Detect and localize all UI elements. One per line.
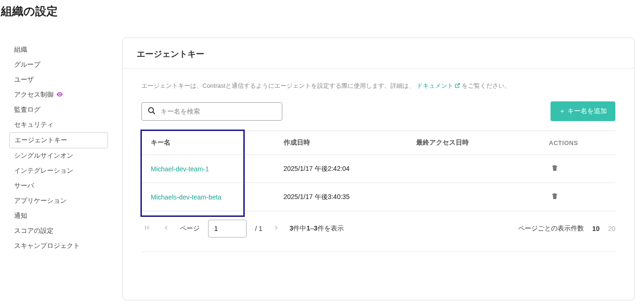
pagesize-label: ページごとの表示件数 [518,224,584,233]
search-input[interactable] [161,107,276,115]
search-icon [147,107,156,116]
last-access-cell [407,183,540,211]
sidebar-item-score-settings[interactable]: スコアの設定 [9,223,108,238]
sidebar-item-users[interactable]: ユーザ [9,72,108,87]
documentation-link[interactable]: ドキュメント [417,82,460,90]
sidebar-item-access-control[interactable]: アクセス制御 [9,87,108,102]
created-cell: 2025/1/17 午後3:40:35 [274,183,407,211]
sidebar-item-integrations[interactable]: インテグレーション [9,163,108,178]
pagination: ページ / 1 3件中1–3件を表示 ページごとの表示件数 10 2 [141,211,615,238]
table-row: Michaels-dev-team-beta 2025/1/17 午後3:40:… [141,183,615,211]
key-name-link[interactable]: Michael-dev-team-1 [151,165,209,173]
description-text: エージェントキーは、Contrastと通信するようにエージェントを設定する際に使… [141,82,615,90]
plus-icon: ＋ [559,107,566,115]
sidebar-item-groups[interactable]: グループ [9,57,108,72]
column-created[interactable]: 作成日時 [274,131,407,155]
created-cell: 2025/1/17 午後2:42:04 [274,155,407,183]
external-link-icon [455,83,460,90]
sidebar-item-audit-log[interactable]: 監査ログ [9,102,108,117]
trash-icon [551,166,559,173]
preview-eye-icon [56,92,63,98]
first-page-button[interactable] [141,222,153,235]
pagesize-option-20[interactable]: 20 [608,225,615,232]
search-box[interactable] [141,102,282,121]
sidebar-item-agent-keys[interactable]: エージェントキー [9,132,108,148]
sidebar-item-security[interactable]: セキュリティ [9,117,108,132]
column-key-name[interactable]: キー名 [141,131,274,155]
sidebar-item-applications[interactable]: アプリケーション [9,193,108,208]
chevron-left-icon [163,224,170,232]
panel-heading: エージェントキー [123,38,634,69]
trash-icon [551,194,559,201]
sidebar-item-notifications[interactable]: 通知 [9,208,108,223]
column-last-access[interactable]: 最終アクセス日時 [407,131,540,155]
sidebar-item-scan-projects[interactable]: スキャンプロジェクト [9,238,108,253]
add-key-button[interactable]: ＋ キー名を追加 [551,101,615,121]
table-row: Michael-dev-team-1 2025/1/17 午後2:42:04 [141,155,615,183]
sidebar-item-sso[interactable]: シングルサインオン [9,148,108,163]
next-page-button[interactable] [271,223,281,235]
prev-page-button[interactable] [161,223,171,235]
divider [141,252,615,275]
pagesize-option-10[interactable]: 10 [592,225,600,232]
first-page-icon [143,225,151,233]
total-pages: / 1 [255,225,263,232]
key-name-link[interactable]: Michaels-dev-team-beta [151,193,221,201]
svg-point-0 [148,107,154,113]
main-panel: エージェントキー エージェントキーは、Contrastと通信するようにエージェン… [122,38,635,300]
sidebar: 組織 グループ ユーザ アクセス制御 監査ログ セキュリティ エージェントキー … [9,38,108,300]
delete-button[interactable] [549,191,560,203]
page-title: 組織の設定 [1,4,644,19]
page-number-input[interactable] [208,220,247,238]
page-label: ページ [180,224,200,233]
delete-button[interactable] [549,162,560,175]
sidebar-item-organization[interactable]: 組織 [9,42,108,57]
chevron-right-icon [273,224,279,232]
column-actions: ACTIONS [540,131,615,155]
page-summary: 3件中1–3件を表示 [290,224,344,233]
agent-keys-table: キー名 作成日時 最終アクセス日時 ACTIONS Michael-dev-te… [141,130,615,211]
svg-line-1 [153,112,155,114]
sidebar-item-servers[interactable]: サーバ [9,178,108,193]
last-access-cell [407,155,540,183]
